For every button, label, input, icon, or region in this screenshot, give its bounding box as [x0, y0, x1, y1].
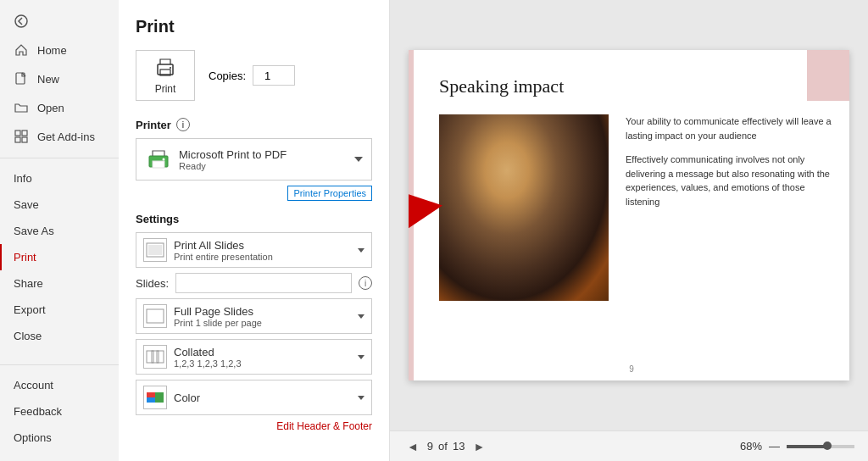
- sidebar-item-account[interactable]: Account: [0, 372, 119, 398]
- color-text: Color: [174, 392, 351, 404]
- sidebar-item-get-add-ins[interactable]: Get Add-ins: [0, 122, 119, 151]
- svg-rect-20: [147, 397, 155, 403]
- sidebar-item-options-label: Options: [14, 431, 52, 444]
- back-icon: [14, 14, 29, 29]
- copies-input[interactable]: [253, 65, 295, 86]
- current-page: 9: [427, 440, 433, 453]
- page-navigation: ◄ 9 of 13 ►: [403, 438, 488, 455]
- sidebar-item-home-label: Home: [37, 44, 67, 57]
- add-ins-icon: [14, 129, 29, 144]
- color-icon: [143, 386, 167, 409]
- preview-toolbar: ◄ 9 of 13 ► 68% —: [390, 430, 868, 461]
- prev-page-button[interactable]: ◄: [403, 438, 422, 455]
- sidebar-divider-2: [0, 364, 119, 365]
- sidebar-item-options[interactable]: Options: [0, 425, 119, 451]
- slides-range-icon: [143, 238, 167, 262]
- layout-row[interactable]: Full Page Slides Print 1 slide per page: [136, 298, 372, 334]
- slide-body: Your ability to communicate effectively …: [439, 114, 832, 301]
- of-label: of: [438, 440, 448, 453]
- sidebar-item-close[interactable]: Close: [0, 323, 119, 349]
- next-page-button[interactable]: ►: [470, 438, 488, 455]
- printer-properties-button[interactable]: Printer Properties: [287, 186, 372, 201]
- sidebar-item-export-label: Export: [14, 303, 46, 316]
- slide-text-1: Your ability to communicate effectively …: [626, 114, 832, 142]
- slide-top-right-accent: [807, 50, 849, 101]
- slide-inner: Speaking impact Your ability to communic…: [409, 50, 849, 380]
- slide-preview: Speaking impact Your ability to communic…: [409, 50, 849, 380]
- sidebar-item-export[interactable]: Export: [0, 297, 119, 323]
- sidebar-item-home[interactable]: Home: [0, 36, 119, 64]
- printer-name: Microsoft Print to PDF: [179, 148, 348, 161]
- sidebar-item-save-as-label: Save As: [14, 225, 54, 237]
- collation-row[interactable]: Collated 1,2,3 1,2,3 1,2,3: [136, 339, 372, 375]
- slides-range-text: Print All Slides Print entire presentati…: [174, 239, 351, 262]
- print-panel: Print Print Copies: Printer i: [119, 0, 390, 461]
- layout-sub: Print 1 slide per page: [174, 318, 351, 328]
- slides-input[interactable]: [175, 273, 352, 293]
- sidebar-item-open[interactable]: Open: [0, 93, 119, 122]
- slide-text-content: Your ability to communicate effectively …: [626, 114, 832, 301]
- collation-sub: 1,2,3 1,2,3 1,2,3: [174, 358, 351, 369]
- sidebar-item-save-as[interactable]: Save As: [0, 218, 119, 244]
- svg-rect-16: [152, 351, 159, 363]
- slides-range-sub: Print entire presentation: [174, 252, 351, 262]
- sidebar-item-print-label: Print: [14, 251, 36, 264]
- layout-icon: [143, 304, 167, 328]
- printer-section-label: Printer i: [136, 118, 372, 131]
- svg-rect-4: [15, 137, 20, 142]
- printer-icon: [153, 56, 177, 80]
- slides-range-main: Print All Slides: [174, 239, 351, 252]
- layout-text: Full Page Slides Print 1 slide per page: [174, 305, 351, 328]
- slides-info-icon[interactable]: i: [359, 276, 372, 290]
- color-main: Color: [174, 392, 351, 404]
- sidebar-item-new[interactable]: New: [0, 64, 119, 93]
- printer-status: Ready: [179, 161, 348, 171]
- sidebar-item-account-label: Account: [14, 379, 53, 392]
- settings-section-label: Settings: [136, 213, 372, 225]
- sidebar-item-save[interactable]: Save: [0, 192, 119, 218]
- back-button[interactable]: [0, 7, 119, 36]
- printer-device-icon: [145, 146, 172, 173]
- sidebar-item-close-label: Close: [14, 330, 42, 342]
- edit-header-footer-link[interactable]: Edit Header & Footer: [136, 420, 372, 432]
- sidebar-item-share[interactable]: Share: [0, 270, 119, 297]
- svg-rect-14: [147, 309, 164, 323]
- sidebar-bottom: Account Feedback Options: [0, 358, 119, 461]
- zoom-minus[interactable]: —: [769, 440, 780, 453]
- sidebar-item-get-add-ins-label: Get Add-ins: [37, 131, 95, 143]
- sidebar-item-new-label: New: [37, 73, 59, 86]
- color-row[interactable]: Color: [136, 380, 372, 415]
- settings-section: Settings Print All Slides Print entire p…: [136, 213, 372, 432]
- sidebar-item-print[interactable]: Print: [0, 244, 119, 270]
- printer-info: Microsoft Print to PDF Ready: [179, 148, 348, 171]
- collation-main: Collated: [174, 346, 351, 358]
- printer-info-icon[interactable]: i: [176, 118, 190, 131]
- print-button-label: Print: [155, 83, 176, 95]
- home-icon: [14, 42, 29, 58]
- color-chevron: [358, 396, 364, 400]
- slides-range-chevron: [358, 248, 364, 253]
- slides-input-row: Slides: i: [136, 273, 372, 293]
- printer-dropdown-arrow[interactable]: [354, 157, 363, 162]
- slide-person-image: [439, 114, 609, 301]
- sidebar-item-open-label: Open: [37, 102, 64, 114]
- sidebar-item-info[interactable]: Info: [0, 165, 119, 192]
- printer-selector[interactable]: Microsoft Print to PDF Ready: [136, 138, 372, 181]
- svg-rect-17: [157, 351, 164, 363]
- collation-chevron: [358, 355, 364, 359]
- copies-label: Copies:: [209, 69, 246, 82]
- svg-rect-3: [22, 131, 27, 136]
- slide-text-2: Effectively communicating involves not o…: [626, 153, 832, 208]
- zoom-area: 68% —: [740, 440, 854, 453]
- print-button[interactable]: Print: [136, 50, 195, 101]
- svg-rect-19: [155, 392, 164, 403]
- layout-chevron: [358, 314, 364, 319]
- sidebar-item-save-label: Save: [14, 198, 39, 211]
- zoom-slider-thumb: [823, 442, 832, 450]
- svg-rect-2: [15, 131, 20, 136]
- sidebar-item-feedback[interactable]: Feedback: [0, 398, 119, 425]
- zoom-slider[interactable]: [787, 445, 854, 448]
- sidebar-item-feedback-label: Feedback: [14, 405, 62, 418]
- open-icon: [14, 100, 29, 115]
- slides-range-row[interactable]: Print All Slides Print entire presentati…: [136, 232, 372, 268]
